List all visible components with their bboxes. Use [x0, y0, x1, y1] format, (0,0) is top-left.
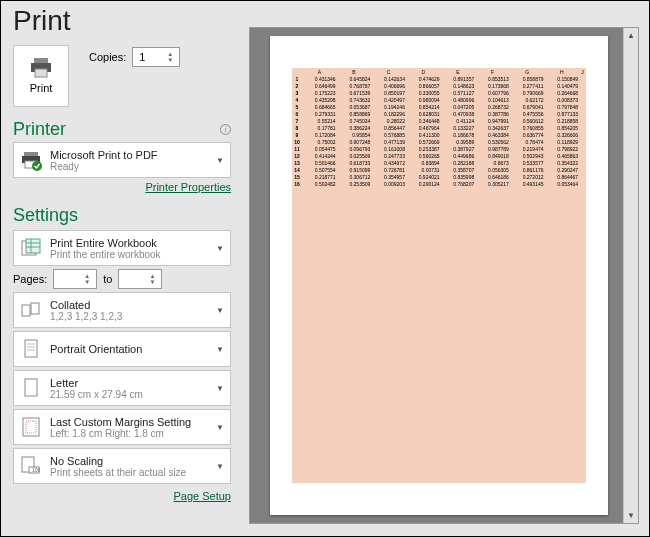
copies-input[interactable]: 1 ▲▼	[132, 47, 180, 67]
workbook-icon	[20, 237, 42, 259]
orientation-select[interactable]: Portrait Orientation ▼	[13, 331, 231, 367]
col-header: F	[475, 68, 510, 75]
printer-select[interactable]: Microsoft Print to PDF Ready ▼	[13, 142, 231, 178]
printer-status: Ready	[50, 161, 208, 172]
col-header: B	[337, 68, 372, 75]
scroll-down-icon[interactable]: ▼	[624, 508, 638, 523]
print-what-select[interactable]: Print Entire Workbook Print the entire w…	[13, 230, 231, 266]
table-row: 10.4313460.6458240.1426340.4746290.89135…	[292, 75, 586, 82]
chevron-down-icon: ▼	[216, 156, 224, 165]
table-row: 60.2793310.8588690.1822960.6280310.47093…	[292, 110, 586, 117]
margins-icon	[20, 416, 42, 438]
chevron-down-icon: ▼	[216, 244, 224, 253]
printer-icon	[29, 58, 53, 78]
spinner-down-icon[interactable]: ▼	[167, 58, 177, 63]
print-preview: ABCDEFGHJ 10.4313460.6458240.1426340.474…	[249, 27, 639, 524]
col-header: C	[371, 68, 406, 75]
print-button-label: Print	[30, 82, 53, 94]
col-header: J	[579, 68, 586, 75]
left-panel: Print Copies: 1 ▲▼ Printer i Microsoft P…	[13, 45, 231, 502]
svg-rect-13	[31, 303, 39, 314]
printer-status-icon	[20, 149, 42, 171]
table-row: 110.0544750.0967930.1610080.2533870.3879…	[292, 145, 586, 152]
table-row: 160.5024820.2535090.0092030.2901240.7682…	[292, 180, 586, 187]
page-setup-link[interactable]: Page Setup	[13, 490, 231, 502]
sheet-table: ABCDEFGHJ 10.4313460.6458240.1426340.474…	[292, 68, 586, 187]
svg-rect-14	[25, 340, 37, 357]
settings-header: Settings	[13, 205, 231, 226]
table-row: 130.5014660.6187330.4349720.838940.28218…	[292, 159, 586, 166]
printer-header: Printer i	[13, 119, 231, 140]
table-row: 140.5075540.9150990.7267810.007310.35870…	[292, 166, 586, 173]
svg-text:100: 100	[32, 467, 41, 473]
print-button[interactable]: Print	[13, 45, 69, 107]
margins-select[interactable]: Last Custom Margins Setting Left: 1.8 cm…	[13, 409, 231, 445]
collate-icon	[20, 299, 42, 321]
scaling-icon: 100	[20, 455, 42, 477]
pages-label: Pages:	[13, 273, 47, 285]
pages-to-label: to	[103, 273, 112, 285]
copies-label: Copies:	[89, 51, 126, 63]
portrait-icon	[20, 338, 42, 360]
paper-icon	[20, 377, 42, 399]
table-row: 120.4142440.0255090.2477330.5602650.4496…	[292, 152, 586, 159]
preview-page: ABCDEFGHJ 10.4313460.6458240.1426340.474…	[270, 36, 608, 515]
chevron-down-icon: ▼	[216, 345, 224, 354]
table-row: 150.2187710.3067120.3549570.9240210.8359…	[292, 173, 586, 180]
table-row: 20.6464990.7687870.4066960.8660570.14862…	[292, 82, 586, 89]
printer-name: Microsoft Print to PDF	[50, 149, 208, 161]
chevron-down-icon: ▼	[216, 462, 224, 471]
svg-rect-12	[22, 305, 30, 316]
table-row: 80.177810.3862240.8564470.4679640.133227…	[292, 124, 586, 131]
paper-size-select[interactable]: Letter 21.59 cm x 27.94 cm ▼	[13, 370, 231, 406]
collate-select[interactable]: Collated 1,2,3 1,2,3 1,2,3 ▼	[13, 292, 231, 328]
scaling-select[interactable]: 100 No Scaling Print sheets at their act…	[13, 448, 231, 484]
svg-point-6	[32, 161, 42, 171]
svg-rect-3	[24, 152, 38, 156]
table-row: 50.6846650.0536870.1942460.8542140.04720…	[292, 103, 586, 110]
table-row: 70.552140.7450240.280220.3464480.411240.…	[292, 117, 586, 124]
table-row: 90.1720840.958540.5768850.4113000.186678…	[292, 131, 586, 138]
chevron-down-icon: ▼	[216, 423, 224, 432]
col-header: E	[441, 68, 476, 75]
table-row: 100.750020.9072480.4771390.5726690.39589…	[292, 138, 586, 145]
preview-scrollbar[interactable]: ▲ ▼	[623, 28, 638, 523]
svg-rect-0	[34, 58, 48, 63]
col-header: A	[302, 68, 337, 75]
printer-properties-link[interactable]: Printer Properties	[13, 181, 231, 193]
table-row: 40.4352080.7436320.4204970.9800940.48099…	[292, 96, 586, 103]
info-icon[interactable]: i	[220, 124, 231, 135]
spinner-up-icon[interactable]: ▲	[167, 52, 177, 57]
chevron-down-icon: ▼	[216, 306, 224, 315]
col-header: G	[510, 68, 545, 75]
col-header: D	[406, 68, 441, 75]
pages-from-input[interactable]: ▲▼	[53, 269, 97, 289]
svg-rect-18	[25, 379, 37, 396]
scroll-up-icon[interactable]: ▲	[624, 28, 638, 43]
table-row: 30.1752230.6715390.8501970.3300550.57112…	[292, 89, 586, 96]
svg-rect-2	[35, 69, 47, 77]
chevron-down-icon: ▼	[216, 384, 224, 393]
col-header: H	[544, 68, 579, 75]
svg-rect-8	[26, 239, 40, 253]
pages-to-input[interactable]: ▲▼	[118, 269, 162, 289]
